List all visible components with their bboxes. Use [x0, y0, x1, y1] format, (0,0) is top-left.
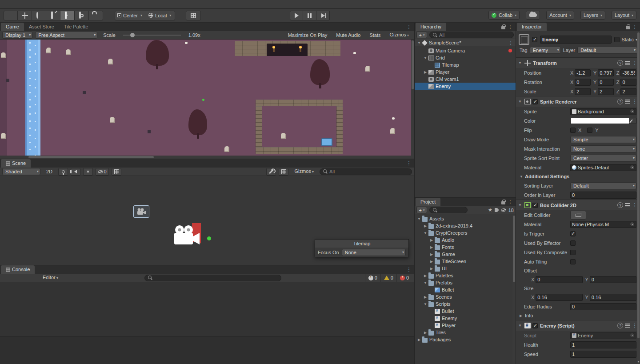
help-icon[interactable] [617, 323, 623, 328]
rotation-x-field[interactable] [575, 79, 591, 86]
effects-dropdown[interactable] [83, 168, 93, 176]
foldout-arrow[interactable] [518, 324, 523, 328]
position-y-field[interactable] [598, 69, 614, 76]
color-field[interactable] [570, 118, 636, 124]
hierarchy-item[interactable]: Grid [415, 54, 516, 61]
component-enabled-checkbox[interactable] [532, 323, 538, 328]
foldout-arrow[interactable] [423, 224, 428, 228]
used-by-effector-checkbox[interactable] [570, 240, 576, 246]
help-icon[interactable] [617, 60, 623, 66]
tab-inspector[interactable]: Inspector [517, 23, 547, 31]
search-by-label-icon[interactable] [495, 208, 499, 212]
scene-viewport[interactable]: Tilemap Focus On None [0, 176, 414, 265]
2d-toggle[interactable]: 2D [43, 168, 56, 176]
foldout-arrow[interactable] [423, 295, 428, 299]
create-button[interactable]: + [416, 207, 427, 213]
scene-visibility-toggle[interactable]: 0 [96, 168, 109, 176]
hierarchy-item[interactable]: Tilemap [415, 61, 516, 68]
foldout-arrow[interactable] [518, 100, 523, 104]
collab-button[interactable]: Collab [488, 11, 520, 20]
shading-dropdown[interactable]: Shaded [2, 168, 40, 175]
flip-y-checkbox[interactable] [587, 128, 592, 133]
color-swatch[interactable] [571, 118, 629, 124]
project-item[interactable]: TitleScreen [415, 258, 516, 265]
component-enabled-checkbox[interactable] [532, 99, 538, 104]
tab-console[interactable]: Console [1, 265, 35, 274]
more-icon[interactable] [507, 24, 513, 30]
scene-gizmos-dropdown[interactable]: Gizmos [291, 167, 317, 176]
transform-tool-button[interactable] [75, 11, 89, 20]
rect-tool-button[interactable] [60, 11, 75, 20]
hand-tool-button[interactable] [4, 11, 18, 20]
pivot-button[interactable]: Center [115, 11, 146, 20]
project-item[interactable]: Audio [415, 236, 516, 244]
custom-tool-button[interactable] [89, 11, 103, 20]
scroll-down-arrow[interactable] [637, 360, 640, 364]
tab-tile-palette[interactable]: Tile Palette [59, 23, 93, 31]
scrollbar-thumb[interactable] [513, 216, 515, 282]
project-item[interactable]: Player [415, 322, 516, 329]
edit-collider-button[interactable] [570, 211, 586, 220]
active-checkbox[interactable] [532, 37, 537, 42]
script-field[interactable]: Enemy [570, 332, 636, 339]
eyedropper-icon[interactable] [629, 118, 636, 124]
foldout-arrow[interactable] [423, 281, 428, 285]
used-by-composite-checkbox[interactable] [570, 250, 576, 255]
presets-icon[interactable] [625, 324, 630, 328]
project-item[interactable]: Game [415, 251, 516, 258]
tab-project[interactable]: Project [416, 198, 440, 206]
foldout-arrow[interactable] [429, 252, 434, 256]
green-handle-dot[interactable] [207, 236, 211, 240]
warning-count-toggle[interactable]: 0 [380, 274, 396, 282]
more-icon[interactable] [507, 199, 513, 205]
scene-grid-dropdown[interactable] [112, 168, 121, 176]
scale-z-field[interactable] [620, 88, 636, 95]
lock-icon[interactable] [501, 26, 505, 29]
order-in-layer-field[interactable] [570, 192, 636, 199]
sprite-field[interactable]: Background [570, 108, 636, 115]
handle-rotation-button[interactable]: Local [146, 11, 175, 20]
lock-icon[interactable] [501, 201, 505, 204]
tab-scene[interactable]: Scene [1, 159, 31, 168]
foldout-arrow[interactable] [429, 245, 434, 249]
console-search[interactable] [144, 275, 281, 281]
foldout-arrow[interactable] [518, 61, 523, 65]
enemy-script-header[interactable]: Enemy (Script) [516, 320, 640, 331]
aspect-dropdown[interactable]: Free Aspect [35, 32, 97, 39]
flip-x-checkbox[interactable] [570, 128, 576, 133]
project-scrollbar[interactable] [512, 215, 516, 364]
more-icon[interactable] [406, 267, 412, 272]
focus-on-dropdown[interactable]: None [342, 249, 406, 256]
foldout-arrow[interactable] [423, 274, 428, 278]
tag-dropdown[interactable]: Enemy [530, 47, 561, 54]
stats-button[interactable]: Stats [366, 31, 384, 39]
edge-radius-field[interactable] [570, 303, 636, 310]
camera-settings-dropdown[interactable] [279, 168, 288, 176]
foldout-arrow[interactable] [429, 267, 434, 271]
sprite-renderer-header[interactable]: Sprite Renderer [516, 96, 640, 107]
help-icon[interactable] [617, 99, 623, 104]
game-viewport[interactable] [0, 40, 414, 156]
hierarchy-search[interactable] [429, 32, 514, 38]
object-picker-icon[interactable] [630, 333, 635, 338]
position-x-field[interactable] [575, 69, 591, 76]
object-picker-icon[interactable] [630, 165, 635, 170]
material-field[interactable]: Sprites-Defaul [570, 164, 636, 171]
project-search[interactable] [429, 207, 468, 213]
foldout-arrow[interactable] [416, 338, 422, 342]
physics-material-field[interactable]: None (Physics M [570, 221, 636, 228]
layer-dropdown[interactable]: Default [577, 47, 637, 54]
project-item[interactable]: Scenes [415, 293, 516, 300]
scene-search-input[interactable] [329, 169, 408, 174]
vcam-gizmo-icon[interactable] [172, 222, 205, 248]
position-z-field[interactable] [620, 69, 636, 76]
foldout-arrow[interactable] [423, 56, 428, 60]
project-item[interactable]: Packages [415, 336, 516, 343]
foldout-arrow[interactable] [416, 41, 422, 45]
account-dropdown[interactable]: Account [546, 11, 574, 20]
foldout-arrow[interactable] [423, 231, 428, 235]
error-count-toggle[interactable]: 0 [396, 274, 412, 282]
project-item[interactable]: Scripts [415, 300, 516, 308]
more-icon[interactable] [406, 24, 412, 30]
more-icon[interactable] [632, 24, 638, 30]
